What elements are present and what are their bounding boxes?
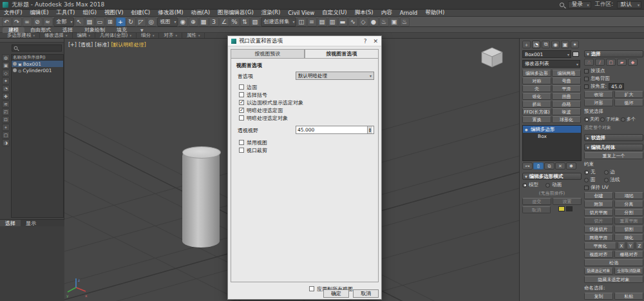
- toggle-layer-explorer-icon[interactable]: ▥: [328, 17, 337, 26]
- undo-icon[interactable]: ↶: [2, 17, 12, 26]
- show-end-result-icon[interactable]: ▯: [533, 162, 544, 170]
- percent-snap-icon[interactable]: %: [230, 17, 240, 26]
- menu-item[interactable]: 修改器(M): [154, 9, 187, 17]
- split-button[interactable]: 分割: [614, 209, 643, 216]
- select-and-rotate-icon[interactable]: ↻: [126, 17, 136, 26]
- dialog-checkbox-row[interactable]: 以边面模式显示选定对象: [239, 99, 303, 106]
- radio-constraint-none[interactable]: [584, 170, 589, 175]
- window-crossing-icon[interactable]: ⊞: [106, 17, 115, 26]
- reset-plane-button[interactable]: 重置平面: [614, 217, 643, 224]
- color-swatch-yellow[interactable]: [558, 206, 565, 211]
- menu-item[interactable]: 视图(V): [100, 9, 127, 17]
- render-setup-icon[interactable]: ♨: [379, 17, 389, 26]
- rendered-frame-icon[interactable]: ▣: [390, 17, 399, 26]
- list-item[interactable]: ▣ Box001: [12, 61, 63, 67]
- dialog-checkbox-row[interactable]: 选择括号: [239, 91, 303, 99]
- snap-toggle-icon[interactable]: 3: [209, 17, 219, 26]
- modifier-stack-row[interactable]: ● 编辑多边形: [523, 126, 581, 133]
- hide-unselected-button[interactable]: 隐藏未选定对象: [584, 276, 643, 283]
- checkbox-ignore-backfacing[interactable]: [584, 77, 589, 81]
- utilities-tab-icon[interactable]: ✶: [571, 41, 579, 48]
- reference-coordinate-dropdown[interactable]: 视图: [157, 17, 178, 26]
- viewport-menu-general[interactable]: [+]: [68, 42, 77, 48]
- radio-preview-off[interactable]: [584, 117, 589, 122]
- cut-button[interactable]: 切割: [614, 226, 643, 233]
- select-and-link-icon[interactable]: ∞: [23, 17, 32, 26]
- checkbox[interactable]: [239, 84, 244, 90]
- tab-per-view-preferences[interactable]: 按视图首选项: [305, 49, 379, 58]
- select-object-icon[interactable]: ↖: [75, 17, 84, 26]
- display-materials-icon[interactable]: ◑: [2, 139, 10, 146]
- create-button[interactable]: 创建: [584, 192, 613, 199]
- ribbon-panel-title[interactable]: 修改选择: [40, 33, 73, 38]
- modifier-button[interactable]: 弯曲: [552, 77, 581, 84]
- menu-item[interactable]: 脚本(S): [351, 9, 377, 17]
- menu-item[interactable]: 工具(T): [53, 9, 79, 17]
- planar-z-button[interactable]: Z: [636, 242, 643, 249]
- modifier-button[interactable]: 平滑: [552, 85, 581, 92]
- make-planar-button[interactable]: 平面化: [584, 242, 616, 249]
- edge-icon[interactable]: ∕: [595, 59, 605, 66]
- commit-button[interactable]: 提交: [522, 198, 551, 205]
- dialog-close-button[interactable]: ✕: [373, 38, 378, 44]
- radio-preview-subobject[interactable]: [600, 117, 605, 122]
- display-space-warps-icon[interactable]: ≋: [2, 101, 10, 108]
- configure-modifier-sets-icon[interactable]: ✱: [566, 162, 576, 170]
- radio-constraint-face[interactable]: [584, 178, 589, 182]
- spinner-snap-icon[interactable]: ⇅: [240, 17, 250, 26]
- dialog-checkbox-row[interactable]: 视口裁剪: [239, 146, 267, 154]
- menu-item[interactable]: 图形编辑器(G): [214, 9, 258, 17]
- modifier-visibility-icon[interactable]: ●: [525, 128, 529, 131]
- use-pivot-center-icon[interactable]: ◉: [178, 17, 188, 26]
- unlink-selection-icon[interactable]: ⊘: [33, 17, 43, 26]
- ribbon-panel-title[interactable]: 编辑: [73, 33, 96, 38]
- list-item[interactable]: ◎ Cylinder001: [12, 67, 63, 73]
- copy-button[interactable]: 复制: [584, 293, 613, 300]
- display-geometry-icon[interactable]: ▣: [2, 62, 10, 69]
- view-align-button[interactable]: 视图对齐: [584, 251, 613, 258]
- mirror-icon[interactable]: ◫: [297, 17, 307, 26]
- radio-constraint-edge[interactable]: [604, 170, 609, 175]
- align-icon[interactable]: ≡: [307, 17, 317, 26]
- menu-item[interactable]: 内容: [377, 9, 396, 17]
- checkbox[interactable]: [239, 148, 244, 153]
- loop-button[interactable]: 循环: [614, 99, 643, 106]
- detach-button[interactable]: 分离: [614, 200, 643, 208]
- cancel-button[interactable]: 取消: [353, 289, 379, 298]
- display-lights-icon[interactable]: ✦: [2, 77, 10, 84]
- remove-modifier-icon[interactable]: ✕: [555, 162, 565, 170]
- dialog-checkbox-row[interactable]: 边面: [239, 83, 303, 91]
- modifier-button[interactable]: 噪波: [552, 108, 581, 115]
- viewport-menu-shading[interactable]: [默认明暗处理]: [111, 41, 146, 48]
- tab-per-view-presets[interactable]: 按视图预设: [231, 49, 305, 58]
- fov-input[interactable]: 45.000 ▲▼: [296, 126, 374, 134]
- dialog-checkbox-row[interactable]: 明暗处理选定对象: [239, 114, 303, 122]
- rollout-edit-poly-mode[interactable]: ▼编辑多边形模式: [522, 173, 582, 180]
- element-icon[interactable]: ◆: [628, 59, 638, 66]
- radio-animate[interactable]: [545, 183, 550, 188]
- menu-item[interactable]: 渲染(R): [258, 9, 285, 17]
- grid-align-button[interactable]: 栅格对齐: [614, 251, 643, 258]
- object-name-field[interactable]: Box001: [522, 50, 571, 58]
- menu-item[interactable]: 帮助(H): [421, 9, 448, 17]
- checkbox[interactable]: [239, 115, 244, 121]
- selection-region-icon[interactable]: ▭: [95, 17, 105, 26]
- visibility-icon[interactable]: [13, 68, 17, 72]
- border-icon[interactable]: ▢: [606, 59, 616, 66]
- checkbox-by-vertex[interactable]: [584, 69, 589, 73]
- render-production-icon[interactable]: ♨: [400, 17, 410, 26]
- menu-item[interactable]: 组(G): [79, 9, 100, 17]
- checkbox-by-angle[interactable]: [584, 84, 589, 89]
- radio-model[interactable]: [522, 183, 527, 188]
- viewport-menu-style[interactable]: [标准]: [95, 41, 109, 48]
- bind-to-space-warp-icon[interactable]: ≈: [43, 17, 53, 26]
- tab-select[interactable]: 选择: [0, 220, 21, 226]
- modifier-button[interactable]: 扭曲: [552, 93, 581, 100]
- modifier-button[interactable]: 晶格: [552, 101, 581, 108]
- select-and-move-icon[interactable]: +: [116, 17, 126, 26]
- checkbox[interactable]: [239, 108, 244, 113]
- display-bones-icon[interactable]: ⌖: [2, 124, 10, 131]
- display-all-icon[interactable]: ◍: [2, 54, 10, 61]
- settings-button[interactable]: 设置: [553, 198, 582, 205]
- toggle-scene-explorer-icon[interactable]: ▤: [317, 17, 327, 26]
